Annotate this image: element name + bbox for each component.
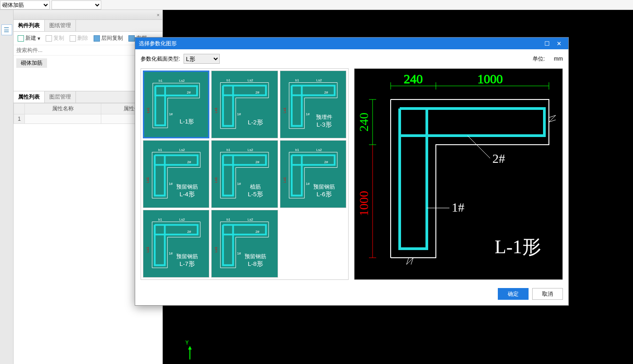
window-close-icon[interactable]: ✕ (553, 40, 565, 47)
svg-text:预留钢筋: 预留钢筋 (176, 184, 198, 189)
new-label: 新建 (25, 34, 36, 42)
svg-text:1000: 1000 (477, 72, 503, 86)
svg-text:b1: b1 (158, 217, 162, 222)
tree-item-masonry[interactable]: 砌体加筋 (16, 58, 47, 68)
svg-text:植筋: 植筋 (250, 184, 261, 189)
axis-y-label: Y (185, 340, 189, 346)
layer-copy-icon (94, 35, 100, 42)
unit-value: mm (554, 56, 563, 62)
svg-text:L-4形: L-4形 (180, 191, 195, 198)
ok-button[interactable]: 确定 (498, 288, 529, 300)
svg-text:1#: 1# (169, 251, 173, 255)
svg-text:L-5形: L-5形 (248, 191, 263, 198)
dialog-body: b1 Ls2 2# 1# Ls1 L-1形 b1 Ls2 2# 1# (135, 66, 568, 284)
strip-panel-icon[interactable]: ☰ (1, 24, 12, 35)
shape-option-L3[interactable]: b1 Ls2 2# 1# Ls1 预埋件 L-3形 (280, 71, 346, 138)
svg-rect-16 (280, 71, 346, 137)
tab-layer-manage[interactable]: 图层管理 (45, 91, 76, 103)
svg-text:1#: 1# (169, 182, 173, 186)
svg-text:b1: b1 (227, 148, 231, 152)
svg-text:b1: b1 (159, 79, 162, 83)
shape-option-L4[interactable]: b1 Ls2 2# 1# Ls1 预留钢筋 L-4形 (143, 140, 209, 208)
svg-text:b1: b1 (227, 78, 231, 82)
svg-text:Ls1: Ls1 (214, 247, 218, 253)
svg-text:2#: 2# (255, 230, 260, 234)
shape-option-L6[interactable]: b1 Ls2 2# 1# Ls1 预留钢筋 L-6形 (280, 140, 346, 208)
section-type-select[interactable]: L形 (184, 54, 220, 64)
layer-copy-button[interactable]: 层间复制 (92, 33, 124, 43)
shape-option-L7[interactable]: b1 Ls2 2# 1# Ls1 预留钢筋 L-7形 (143, 210, 209, 278)
shape-option-L2[interactable]: b1 Ls2 2# 1# Ls1 L-2形 (211, 71, 278, 138)
svg-text:Ls2: Ls2 (179, 148, 185, 152)
svg-rect-40 (280, 141, 346, 207)
svg-text:b1: b1 (295, 78, 299, 82)
svg-rect-2 (144, 72, 208, 136)
svg-text:2#: 2# (492, 151, 505, 165)
svg-text:2#: 2# (324, 160, 328, 164)
left-icon-strip: ☰ (0, 10, 14, 364)
unit-label: 单位: (533, 55, 545, 63)
shape-option-L1[interactable]: b1 Ls2 2# 1# Ls1 L-1形 (143, 71, 209, 138)
svg-text:L-2形: L-2形 (248, 119, 263, 126)
svg-text:240: 240 (357, 113, 371, 132)
svg-text:Ls2: Ls2 (248, 78, 254, 82)
cancel-button[interactable]: 取消 (532, 288, 563, 300)
shape-option-L5[interactable]: b1 Ls2 2# 1# Ls1 植筋 L-5形 (211, 140, 278, 208)
section-type-label: 参数化截面类型: (141, 55, 180, 63)
svg-text:预留钢筋: 预留钢筋 (176, 253, 198, 259)
copy-icon (46, 35, 52, 42)
app-topbar: 砌体加筋 (0, 0, 633, 10)
svg-text:预埋件: 预埋件 (316, 114, 332, 120)
svg-rect-48 (143, 211, 209, 276)
new-icon (18, 35, 24, 42)
svg-text:1#: 1# (306, 112, 310, 116)
svg-line-80 (468, 136, 490, 158)
svg-text:240: 240 (404, 72, 423, 86)
delete-button[interactable]: 删除 (68, 33, 90, 43)
svg-text:1#: 1# (237, 112, 241, 116)
axis-marker: Y (185, 340, 194, 359)
shape-grid: b1 Ls2 2# 1# Ls1 L-1形 b1 Ls2 2# 1# (141, 68, 349, 280)
row-name[interactable] (25, 114, 101, 124)
shape-preview: 240 1000 240 1000 (354, 68, 563, 280)
tab-component-list[interactable]: 构件列表 (14, 20, 45, 31)
svg-text:Ls2: Ls2 (316, 78, 322, 82)
header-prop-name: 属性名称 (25, 104, 101, 114)
archive-icon (128, 35, 135, 42)
svg-text:2#: 2# (255, 90, 260, 95)
svg-text:1#: 1# (306, 182, 310, 186)
svg-text:2#: 2# (187, 90, 191, 95)
topbar-combo-1[interactable]: 砌体加筋 (0, 0, 50, 9)
svg-text:L-6形: L-6形 (316, 191, 332, 198)
svg-text:Ls2: Ls2 (179, 79, 184, 83)
svg-text:2#: 2# (255, 160, 260, 164)
topbar-combo-2[interactable] (52, 0, 101, 9)
svg-text:Ls1: Ls1 (146, 177, 150, 183)
tab-drawing-manage[interactable]: 图纸管理 (45, 20, 76, 31)
svg-text:Ls1: Ls1 (282, 108, 286, 113)
svg-text:b1: b1 (295, 148, 299, 152)
panel-header: × (14, 10, 162, 20)
window-maximize-icon[interactable]: ☐ (541, 40, 553, 47)
svg-text:2#: 2# (187, 230, 191, 234)
svg-text:Ls1: Ls1 (214, 108, 218, 113)
svg-text:1#: 1# (169, 112, 173, 116)
new-button[interactable]: 新建 ▾ (16, 33, 42, 43)
layer-copy-label: 层间复制 (101, 34, 123, 42)
tab-property-list[interactable]: 属性列表 (14, 91, 45, 103)
delete-label: 删除 (77, 34, 88, 42)
svg-text:2#: 2# (324, 90, 328, 95)
svg-text:1000: 1000 (357, 191, 371, 216)
svg-text:1#: 1# (237, 251, 241, 255)
panel-close-icon[interactable]: × (157, 12, 160, 18)
svg-text:Ls1: Ls1 (146, 247, 150, 253)
svg-text:L-3形: L-3形 (316, 121, 332, 128)
svg-text:L-1形: L-1形 (180, 118, 194, 125)
dialog-titlebar[interactable]: 选择参数化图形 ☐ ✕ (135, 38, 568, 49)
copy-button[interactable]: 复制 (44, 33, 66, 43)
svg-marker-1 (188, 346, 192, 350)
shape-option-L8[interactable]: b1 Ls2 2# 1# Ls1 预留钢筋 L-8形 (211, 210, 278, 278)
svg-text:1#: 1# (452, 200, 464, 214)
svg-text:Ls1: Ls1 (214, 177, 218, 183)
svg-text:L-8形: L-8形 (248, 260, 263, 267)
